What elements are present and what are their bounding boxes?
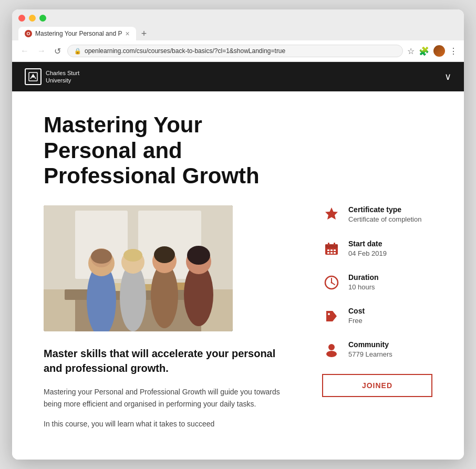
community-text: Community 5779 Learners [348,340,392,359]
svg-rect-29 [334,243,335,246]
svg-rect-35 [334,252,336,254]
certificate-text: Certificate type Certificate of completi… [348,205,421,224]
svg-rect-27 [325,244,338,248]
browser-tabs: O Mastering Your Personal and P × + [18,27,458,40]
svg-rect-28 [328,243,329,246]
cost-text: Cost Free [348,307,365,326]
star-icon[interactable]: ☆ [407,46,415,56]
tab-label: Mastering Your Personal and P [35,30,122,37]
tab-favicon: O [25,30,32,37]
tab-close-icon[interactable]: × [125,30,129,37]
svg-rect-34 [330,252,333,254]
close-button[interactable] [18,15,25,22]
svg-marker-25 [325,207,338,220]
start-date-text: Start date 04 Feb 2019 [348,239,387,258]
address-input-field[interactable]: 🔒 openlearning.com/csu/courses/back-to-b… [67,45,403,57]
certificate-label: Certificate type [348,205,421,214]
browser-action-buttons: ☆ 🧩 ⋮ [407,45,458,57]
cost-value: Free [348,316,365,326]
puzzle-icon[interactable]: 🧩 [419,46,429,56]
community-person-icon [322,340,341,359]
logo-icon [25,68,42,85]
lock-icon: 🔒 [74,48,81,55]
certificate-icon [322,205,341,224]
maximize-button[interactable] [39,15,46,22]
course-image [44,205,233,331]
course-left-column: Master skills that will accelerate your … [44,205,297,438]
tag-icon [322,307,341,326]
start-date-info: Start date 04 Feb 2019 [322,239,432,258]
active-tab[interactable]: O Mastering Your Personal and P × [18,27,136,40]
svg-rect-32 [334,249,336,251]
start-date-value: 04 Feb 2019 [348,249,387,258]
site-header: Charles SturtUniversity ∨ [12,62,464,91]
refresh-button[interactable]: ↺ [52,45,63,57]
svg-rect-30 [327,249,329,251]
duration-info: Duration 10 hours [322,273,432,292]
cost-label: Cost [348,307,365,315]
duration-value: 10 hours [348,283,379,292]
traffic-lights [18,15,458,22]
community-info: Community 5779 Learners [322,340,432,359]
forward-button[interactable]: → [35,45,48,57]
back-button[interactable]: ← [18,45,31,57]
svg-rect-24 [44,205,233,331]
browser-window: O Mastering Your Personal and P × + ← → … [12,9,464,459]
university-name: Charles SturtUniversity [46,69,79,85]
svg-point-42 [326,351,337,357]
browser-chrome: O Mastering Your Personal and P × + [12,9,464,40]
calendar-icon [322,239,341,258]
course-description-2: In this course, you will learn what it t… [44,418,297,430]
svg-point-41 [328,344,335,350]
address-bar: ← → ↺ 🔒 openlearning.com/csu/courses/bac… [12,40,464,62]
svg-line-39 [332,283,335,285]
course-description-1: Mastering your Personal and Professional… [44,386,297,410]
certificate-value: Certificate of completion [348,215,421,224]
university-logo[interactable]: Charles SturtUniversity [25,68,79,85]
url-text: openlearning.com/csu/courses/back-to-bas… [85,47,285,55]
menu-icon[interactable]: ⋮ [449,46,458,56]
course-layout: Master skills that will accelerate your … [44,205,432,438]
community-value: 5779 Learners [348,350,392,359]
joined-button[interactable]: JOINED [322,374,432,397]
profile-avatar[interactable] [433,45,445,57]
page-content: Mastering Your Personal and Professional… [12,91,464,459]
course-image-bg [44,205,233,331]
course-sidebar: Certificate type Certificate of completi… [322,205,432,397]
svg-point-1 [32,76,34,78]
page-title: Mastering Your Personal and Professional… [44,112,296,189]
svg-rect-33 [327,252,329,254]
svg-rect-31 [330,249,333,251]
duration-text: Duration 10 hours [348,273,379,292]
cost-info: Cost Free [322,307,432,326]
minimize-button[interactable] [29,15,36,22]
start-date-label: Start date [348,239,387,248]
certificate-info: Certificate type Certificate of completi… [322,205,432,224]
svg-point-40 [328,313,330,315]
community-label: Community [348,340,392,349]
clock-icon [322,273,341,292]
new-tab-button[interactable]: + [137,29,151,38]
header-chevron-icon[interactable]: ∨ [444,71,451,82]
course-tagline: Master skills that will accelerate your … [44,346,297,376]
duration-label: Duration [348,273,379,282]
